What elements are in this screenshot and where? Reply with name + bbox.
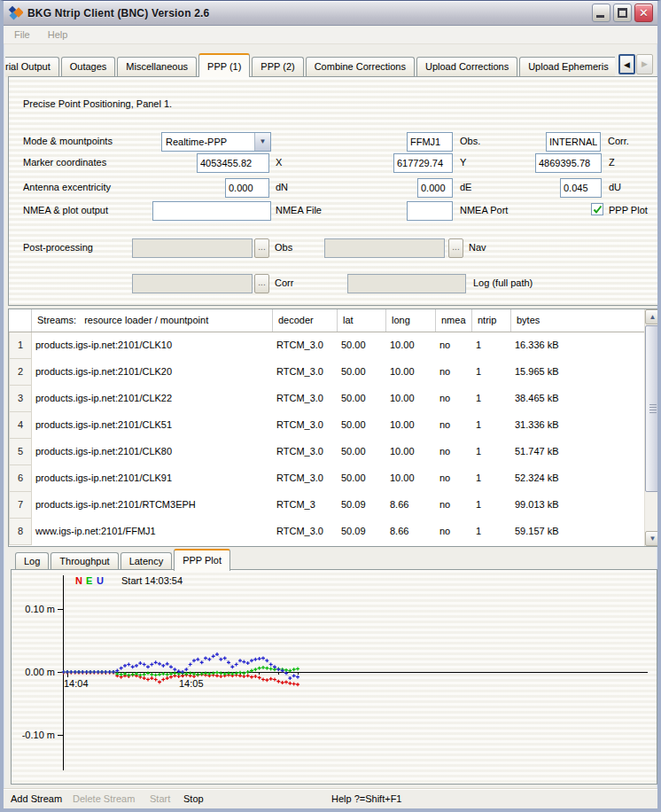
- nmea-file-label: NMEA File: [276, 205, 322, 215]
- bottom-tab-log[interactable]: Log: [15, 552, 49, 570]
- mode-label: Mode & mountpoints: [23, 136, 113, 146]
- plot-tick-label: 0.10 m: [25, 604, 55, 614]
- table-row[interactable]: 7products.igs-ip.net:2101/RTCM3EPHRTCM_3…: [9, 492, 659, 519]
- cell-bytes: 59.157 kB: [511, 519, 659, 545]
- bottom-tab-throughput[interactable]: Throughput: [51, 552, 118, 570]
- ppp-plot-chart: 0.10 m0.00 m-0.10 m14:0414:05NEUStart 14…: [12, 570, 657, 784]
- tab-scroll-left-icon[interactable]: ◀: [618, 54, 635, 74]
- tab-ppp-2[interactable]: PPP (2): [252, 57, 303, 77]
- cell-decoder: RTCM_3.0: [273, 359, 338, 386]
- tab-rial-output[interactable]: rial Output: [5, 57, 59, 77]
- nmea-label: NMEA & plot output: [23, 205, 108, 215]
- streams-table-body: 1products.igs-ip.net:2101/CLK10RTCM_3.05…: [9, 332, 659, 545]
- nmea-port-field[interactable]: [407, 201, 453, 221]
- marker-y-field[interactable]: [393, 153, 453, 173]
- table-row[interactable]: 5products.igs-ip.net:2101/CLK80RTCM_3.05…: [9, 439, 659, 465]
- plot-tick-label: U: [97, 575, 104, 586]
- menu-bar: File Help: [4, 26, 657, 44]
- tab-scroll-right-icon: ▶: [636, 54, 653, 74]
- post-corr-browse-button[interactable]: ...: [254, 274, 269, 293]
- cell-ntrip: 1: [472, 439, 511, 465]
- scrollbar-thumb[interactable]: [645, 325, 660, 492]
- corr-mountpoint-field[interactable]: [546, 132, 601, 152]
- cell-ntrip: 1: [472, 412, 511, 439]
- minimize-button[interactable]: [592, 4, 610, 22]
- marker-x-field[interactable]: [197, 153, 269, 173]
- ppp-heading: Precise Point Positioning, Panel 1.: [23, 98, 172, 109]
- chevron-down-icon[interactable]: ▼: [254, 133, 270, 151]
- ppp-plot-checkbox[interactable]: [591, 203, 603, 215]
- tab-outages[interactable]: Outages: [61, 57, 116, 77]
- cell-decoder: RTCM_3.0: [273, 332, 338, 359]
- cell-bytes: 16.336 kB: [511, 332, 659, 359]
- cell-long: 10.00: [386, 465, 436, 492]
- table-row[interactable]: 1products.igs-ip.net:2101/CLK10RTCM_3.05…: [9, 332, 659, 359]
- cell-lat: 50.00: [338, 359, 386, 386]
- mode-select[interactable]: Realtime-PPP ▼: [161, 132, 271, 152]
- ppp-plot-checkbox-label: PPP Plot: [609, 205, 648, 215]
- cell-bytes: 38.465 kB: [511, 386, 659, 412]
- marker-z-field[interactable]: [535, 153, 602, 173]
- tab-combine-corrections[interactable]: Combine Corrections: [306, 57, 415, 77]
- plot-tick-label: Start 14:03:54: [121, 575, 183, 586]
- maximize-button[interactable]: [613, 4, 632, 22]
- table-row[interactable]: 8www.igs-ip.net:2101/FFMJ1RTCM_3.050.098…: [9, 519, 659, 545]
- cell-long: 10.00: [386, 386, 436, 412]
- streams-table-header: Streams: resource loader / mountpoint de…: [9, 309, 644, 332]
- post-nav-field: [324, 238, 445, 258]
- tab-upload-corrections[interactable]: Upload Corrections: [416, 57, 517, 77]
- tab-upload-ephemeris[interactable]: Upload Ephemeris: [519, 57, 615, 77]
- table-row[interactable]: 6products.igs-ip.net:2101/CLK91RTCM_3.05…: [9, 465, 659, 492]
- marker-z-label: Z: [609, 157, 615, 168]
- close-icon: ✕: [635, 4, 652, 21]
- add-stream-button[interactable]: Add Stream: [11, 793, 62, 804]
- cell-lat: 50.09: [338, 519, 386, 545]
- marker-y-label: Y: [460, 157, 466, 168]
- cell-mountpoint: products.igs-ip.net:2101/CLK22: [32, 386, 273, 412]
- marker-label: Marker coordinates: [23, 157, 106, 168]
- table-row[interactable]: 2products.igs-ip.net:2101/CLK20RTCM_3.05…: [9, 359, 659, 386]
- plot-tick-label: 14:05: [179, 678, 204, 689]
- post-corr-label: Corr: [275, 277, 293, 288]
- bottom-tab-latency[interactable]: Latency: [121, 552, 173, 570]
- cell-decoder: RTCM_3.0: [273, 412, 338, 439]
- status-bar: Add Stream Delete Stream Start Stop Help…: [4, 788, 657, 809]
- cell-nmea: no: [436, 465, 472, 492]
- obs-mountpoint-field[interactable]: [407, 132, 453, 152]
- table-row[interactable]: 3products.igs-ip.net:2101/CLK22RTCM_3.05…: [9, 386, 659, 412]
- tab-ppp-1[interactable]: PPP (1): [198, 53, 250, 77]
- post-nav-label: Nav: [469, 242, 486, 253]
- stop-button[interactable]: Stop: [183, 793, 204, 804]
- scroll-down-icon[interactable]: ▼: [645, 531, 660, 546]
- tab-miscellaneous[interactable]: Miscellaneous: [117, 57, 197, 77]
- cell-nmea: no: [436, 359, 472, 386]
- nmea-file-field[interactable]: [152, 201, 271, 221]
- antenna-de-field[interactable]: [417, 178, 453, 198]
- menu-help[interactable]: Help: [48, 29, 68, 40]
- antenna-de-label: dE: [460, 182, 471, 192]
- post-nav-browse-button[interactable]: ...: [448, 238, 463, 258]
- start-button: Start: [150, 793, 170, 804]
- cell-ntrip: 1: [472, 359, 511, 386]
- menu-file[interactable]: File: [14, 29, 30, 40]
- table-row[interactable]: 4products.igs-ip.net:2101/CLK51RTCM_3.05…: [9, 412, 659, 439]
- bottom-tab-ppp-plot[interactable]: PPP Plot: [174, 549, 230, 571]
- table-scrollbar[interactable]: ▲ ▼: [644, 309, 659, 546]
- post-obs-browse-button[interactable]: ...: [254, 238, 269, 258]
- title-bar[interactable]: BKG Ntrip Client (BNC) Version 2.6 ✕: [4, 1, 657, 26]
- mode-select-value: Realtime-PPP: [162, 133, 254, 151]
- cell-long: 8.66: [386, 519, 436, 545]
- cell-long: 10.00: [386, 359, 436, 386]
- header-decoder: decoder: [273, 309, 338, 332]
- header-lat: lat: [338, 309, 386, 332]
- header-num: [9, 309, 32, 332]
- antenna-dn-field[interactable]: [225, 178, 269, 198]
- cell-mountpoint: products.igs-ip.net:2101/CLK20: [32, 359, 273, 386]
- antenna-du-field[interactable]: [560, 178, 602, 198]
- cell-bytes: 31.336 kB: [511, 412, 659, 439]
- delete-stream-button: Delete Stream: [73, 793, 135, 804]
- cell-bytes: 99.013 kB: [511, 492, 659, 519]
- scroll-up-icon[interactable]: ▲: [645, 309, 660, 324]
- cell-mountpoint: www.igs-ip.net:2101/FFMJ1: [32, 519, 273, 545]
- close-button[interactable]: ✕: [634, 4, 653, 22]
